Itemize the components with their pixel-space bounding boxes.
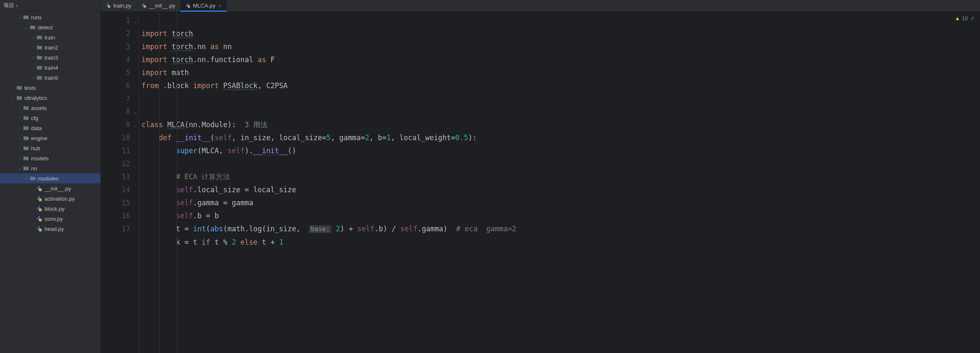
tree-item-label: __init__.py [45, 186, 71, 192]
line-number[interactable]: 12 [101, 157, 130, 170]
chevron-right-icon[interactable]: › [17, 146, 23, 150]
line-number[interactable]: 3 [101, 40, 130, 53]
folder-icon [23, 14, 29, 21]
tree-item[interactable]: ›models [0, 153, 100, 163]
chevron-right-icon[interactable]: › [17, 156, 23, 160]
tree-item[interactable]: ⌄ultralytics [0, 93, 100, 103]
python-file-icon [141, 3, 147, 9]
tree-item[interactable]: block.py [0, 204, 100, 214]
chevron-right-icon[interactable]: › [17, 106, 23, 110]
svg-point-4 [27, 139, 29, 141]
code-area[interactable]: import torch import torch.nn as nn impor… [139, 12, 980, 353]
chevron-right-icon[interactable]: › [17, 116, 23, 120]
tab-label: train.py [113, 3, 131, 9]
line-number[interactable]: 14 [101, 183, 130, 196]
package-folder-icon [16, 84, 23, 91]
line-number[interactable]: 15 [101, 196, 130, 209]
tree-item[interactable]: ⌄modules [0, 173, 100, 183]
project-tree[interactable]: ⌄runs⌄detect›train›train2›train3›train4›… [0, 11, 100, 353]
line-number[interactable]: 1⌄ [101, 14, 130, 27]
line-number[interactable]: 9⌄ [101, 118, 130, 131]
tree-item[interactable]: ›train5 [0, 73, 100, 83]
tree-item[interactable]: ⌄runs [0, 12, 100, 22]
fold-icon[interactable]: ⌄ [134, 14, 137, 27]
svg-point-1 [20, 99, 22, 100]
line-number[interactable]: 17 [101, 222, 130, 235]
tree-item-label: activation.py [45, 196, 75, 202]
tree-item[interactable]: ⌄detect [0, 22, 100, 32]
chevron-right-icon[interactable]: › [10, 86, 16, 90]
python-file-icon [36, 195, 43, 202]
tree-item-label: engine [31, 135, 47, 141]
folder-icon [36, 74, 43, 81]
project-sidebar: 项目 ▾ ⌄runs⌄detect›train›train2›train3›tr… [0, 0, 101, 353]
tree-item[interactable]: ›data [0, 123, 100, 133]
editor-tab[interactable]: MLCA.py× [181, 0, 227, 11]
tree-item[interactable]: __init__.py [0, 183, 100, 193]
package-folder-icon [23, 115, 29, 121]
chevron-down-icon[interactable]: ⌄ [17, 166, 23, 170]
chevron-right-icon[interactable]: › [17, 126, 23, 130]
tree-item[interactable]: ›train4 [0, 63, 100, 73]
tree-item[interactable]: ›tests [0, 83, 100, 93]
tree-item[interactable]: activation.py [0, 193, 100, 204]
fold-icon[interactable]: ⌄ [134, 105, 137, 118]
tree-item[interactable]: ›engine [0, 133, 100, 143]
line-number[interactable]: 10 [101, 131, 130, 144]
line-number[interactable]: 16 [101, 209, 130, 222]
chevron-down-icon[interactable]: ⌄ [24, 176, 29, 180]
tree-item[interactable]: ›train3 [0, 52, 100, 63]
editor-main: train.py__init__.pyMLCA.py× ▲ 10 ✓ 1⌄234… [101, 0, 980, 353]
editor-tab[interactable]: train.py [101, 0, 136, 11]
package-folder-icon [16, 94, 23, 101]
tree-item[interactable]: ›hub [0, 143, 100, 153]
svg-point-6 [27, 159, 29, 161]
tree-item[interactable]: ›assets [0, 103, 100, 113]
line-number[interactable]: 2 [101, 27, 130, 40]
folder-icon [36, 64, 43, 71]
tree-item-label: assets [31, 105, 47, 111]
chevron-right-icon[interactable]: › [30, 65, 36, 70]
line-number[interactable]: 7 [101, 92, 130, 105]
tree-item[interactable]: ›train2 [0, 42, 100, 52]
tree-item-label: head.py [45, 226, 64, 232]
folder-icon [29, 24, 36, 31]
tree-item-label: models [31, 155, 49, 162]
chevron-right-icon[interactable]: › [30, 55, 36, 60]
tab-bar[interactable]: train.py__init__.pyMLCA.py× [101, 0, 980, 12]
folder-icon [23, 105, 29, 111]
line-number[interactable]: 13 [101, 170, 130, 183]
line-number[interactable]: 6 [101, 79, 130, 92]
tree-item-label: nn [31, 165, 37, 172]
tree-item-label: block.py [45, 206, 65, 212]
tree-item[interactable]: ›train [0, 32, 100, 42]
line-number[interactable]: 8⌄ [101, 105, 130, 118]
editor-tab[interactable]: __init__.py [136, 0, 181, 11]
sidebar-header[interactable]: 项目 ▾ [0, 0, 100, 11]
tree-item-label: hub [31, 145, 40, 152]
tree-item-label: train4 [45, 65, 58, 71]
tree-item-label: modules [38, 175, 58, 182]
tree-item[interactable]: ⌄nn [0, 163, 100, 173]
folder-icon [36, 34, 43, 41]
chevron-right-icon[interactable]: › [17, 136, 23, 140]
editor[interactable]: 1⌄2345678⌄9⌄1011121314151617 import torc… [101, 12, 980, 353]
python-file-icon [36, 215, 43, 222]
chevron-right-icon[interactable]: › [30, 45, 36, 50]
tree-item-label: train [45, 34, 55, 41]
chevron-down-icon[interactable]: ⌄ [24, 25, 29, 29]
chevron-down-icon[interactable]: ⌄ [17, 15, 23, 19]
line-gutter[interactable]: 1⌄2345678⌄9⌄1011121314151617 [101, 12, 139, 353]
chevron-down-icon[interactable]: ⌄ [10, 96, 16, 100]
line-number[interactable]: 4 [101, 53, 130, 66]
line-number[interactable]: 5 [101, 66, 130, 79]
python-file-icon [36, 185, 43, 192]
tree-item[interactable]: conv.py [0, 214, 100, 224]
chevron-right-icon[interactable]: › [30, 76, 36, 80]
tree-item[interactable]: head.py [0, 224, 100, 234]
fold-icon[interactable]: ⌄ [134, 118, 137, 131]
tree-item[interactable]: ›cfg [0, 113, 100, 123]
line-number[interactable]: 11 [101, 144, 130, 157]
chevron-right-icon[interactable]: › [30, 35, 36, 39]
close-icon[interactable]: × [219, 3, 222, 9]
